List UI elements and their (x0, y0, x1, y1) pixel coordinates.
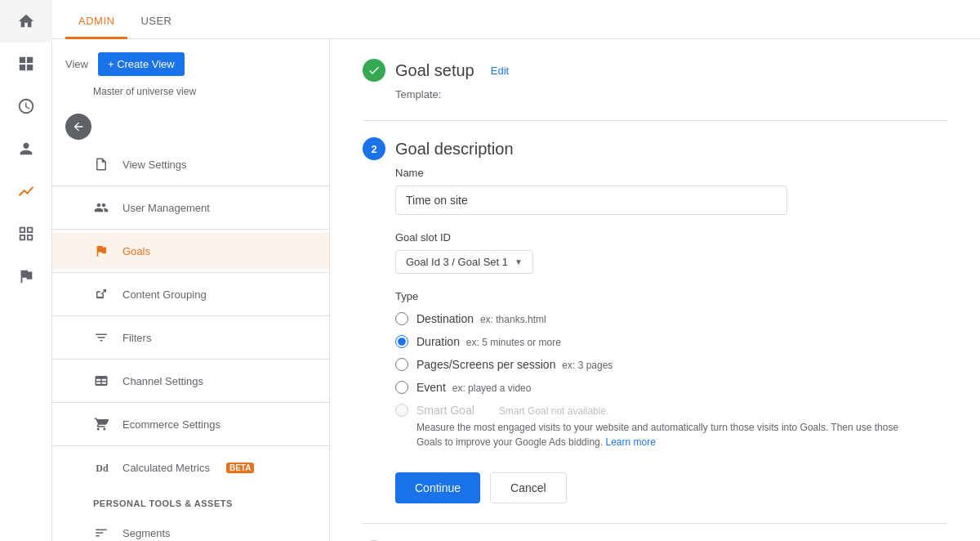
person-icon[interactable] (0, 127, 52, 170)
smart-goal-desc: Measure the most engaged visits to your … (416, 420, 923, 449)
beta-badge: BETA (226, 463, 254, 473)
sidebar-item-label: Channel Settings (122, 375, 203, 387)
sidebar-item-user-management[interactable]: User Management (52, 190, 329, 226)
step1-circle (363, 59, 385, 82)
pages-session-example: ex: 3 pages (562, 360, 612, 371)
calc-icon: Dd (93, 459, 109, 476)
type-label: Type (395, 290, 947, 302)
top-tabs: ADMIN USER (52, 0, 980, 39)
segments-icon (93, 525, 109, 541)
goal-setup-section: Goal setup Edit Template: (363, 59, 947, 101)
svg-text:Dd: Dd (96, 463, 109, 474)
sidebar-item-segments[interactable]: Segments (52, 515, 329, 541)
event-radio[interactable] (395, 381, 408, 394)
filter-icon (93, 329, 109, 346)
learn-more-link[interactable]: Learn more (605, 436, 655, 448)
sidebar-item-channel-settings[interactable]: Channel Settings (52, 363, 329, 399)
radio-destination: Destination ex: thanks.html (395, 312, 947, 325)
goal-slot-dropdown[interactable]: Goal Id 3 / Goal Set 1 ▼ (395, 250, 533, 274)
sidebar-item-label: Ecommerce Settings (122, 418, 220, 431)
goal-slot-label: Goal slot ID (395, 231, 947, 244)
acquisition-icon[interactable] (0, 170, 52, 212)
sidebar-item-label: Segments (122, 527, 171, 539)
sidebar-item-label: Calculated Metrics (122, 462, 210, 474)
step2-circle: 2 (363, 137, 385, 160)
action-buttons: Continue Cancel (395, 472, 947, 503)
table-icon (93, 373, 109, 389)
name-input[interactable] (395, 186, 787, 215)
smart-goal-label: Smart Goal Smart Goal not available. (416, 404, 608, 417)
view-subtitle: Master of universe view (52, 86, 329, 107)
sidebar: View + Create View Master of universe vi… (52, 39, 330, 541)
sidebar-item-label: Content Grouping (122, 288, 207, 301)
cart-icon (93, 416, 109, 432)
radio-pages-session: Pages/Screens per session ex: 3 pages (395, 358, 947, 371)
view-text: View (65, 58, 88, 70)
flag-rail-icon[interactable] (0, 255, 52, 297)
name-form-group: Name (395, 167, 947, 215)
destination-label: Destination ex: thanks.html (416, 312, 546, 325)
view-label-row: View + Create View (52, 52, 329, 86)
step1-title: Goal setup (395, 61, 474, 80)
sidebar-item-ecommerce-settings[interactable]: Ecommerce Settings (52, 406, 329, 442)
create-view-button[interactable]: + Create View (98, 52, 185, 76)
tab-user[interactable]: USER (127, 5, 185, 39)
radio-group: Destination ex: thanks.html Duration ex:… (395, 312, 947, 449)
pages-session-radio[interactable] (395, 358, 408, 371)
smart-goal-item: Smart Goal Smart Goal not available. Mea… (395, 404, 947, 449)
sidebar-item-label: View Settings (122, 159, 187, 171)
smart-goal-radio (395, 404, 408, 417)
dashboard-icon[interactable] (0, 42, 52, 85)
group-icon (93, 199, 109, 216)
duration-example: ex: 5 minutes or more (466, 337, 561, 348)
step2-title: Goal description (395, 140, 514, 159)
goal-slot-value: Goal Id 3 / Goal Set 1 (406, 256, 508, 268)
smart-goal-row: Smart Goal Smart Goal not available. (395, 404, 947, 417)
personal-section-label: PERSONAL TOOLS & ASSETS (52, 485, 329, 515)
content-row: View + Create View Master of universe vi… (52, 39, 980, 541)
radio-duration: Duration ex: 5 minutes or more (395, 335, 947, 348)
sidebar-item-label: Filters (122, 332, 151, 344)
sidebar-item-filters[interactable]: Filters (52, 320, 329, 355)
goal-description-section: 2 Goal description Name Goal slot ID Goa… (363, 137, 947, 503)
sidebar-item-calculated-metrics[interactable]: Dd Calculated Metrics BETA (52, 449, 329, 485)
radio-event: Event ex: played a video (395, 381, 947, 394)
sidebar-item-label: User Management (122, 202, 210, 214)
goal-slot-form-group: Goal slot ID Goal Id 3 / Goal Set 1 ▼ (395, 231, 947, 274)
main-panel: Goal setup Edit Template: 2 Goal descrip… (330, 39, 980, 541)
icon-rail (0, 0, 52, 541)
home-icon[interactable] (0, 0, 52, 42)
dropdown-arrow-icon: ▼ (514, 257, 523, 266)
step2-header: 2 Goal description (363, 137, 947, 160)
sidebar-item-goals[interactable]: Goals (52, 233, 329, 269)
duration-radio[interactable] (395, 335, 408, 348)
step1-header: Goal setup Edit (363, 59, 947, 82)
smart-goal-note: Smart Goal not available. (499, 405, 609, 417)
sidebar-item-content-grouping[interactable]: Content Grouping (52, 276, 329, 312)
edit-link[interactable]: Edit (491, 65, 509, 77)
flag-icon (93, 243, 109, 259)
pages-session-label: Pages/Screens per session ex: 3 pages (416, 358, 612, 371)
event-label: Event ex: played a video (416, 381, 531, 394)
type-section: Type Destination ex: thanks.html (395, 290, 947, 449)
name-label: Name (395, 167, 947, 179)
back-button[interactable] (65, 114, 91, 140)
continue-button[interactable]: Continue (395, 472, 480, 503)
destination-radio[interactable] (395, 312, 408, 325)
cancel-button[interactable]: Cancel (490, 472, 567, 503)
duration-label: Duration ex: 5 minutes or more (416, 335, 561, 348)
tab-admin[interactable]: ADMIN (65, 5, 127, 39)
sidebar-item-view-settings[interactable]: View Settings (52, 146, 329, 182)
grid-icon[interactable] (0, 212, 52, 255)
template-text: Template: (395, 88, 947, 101)
event-example: ex: played a video (452, 382, 532, 394)
clock-icon[interactable] (0, 85, 52, 127)
destination-example: ex: thanks.html (480, 314, 546, 325)
main-area: ADMIN USER View + Create View Master of … (52, 0, 980, 541)
document-icon (93, 156, 109, 172)
sidebar-item-label: Goals (122, 245, 150, 257)
intersect-icon (93, 286, 109, 302)
